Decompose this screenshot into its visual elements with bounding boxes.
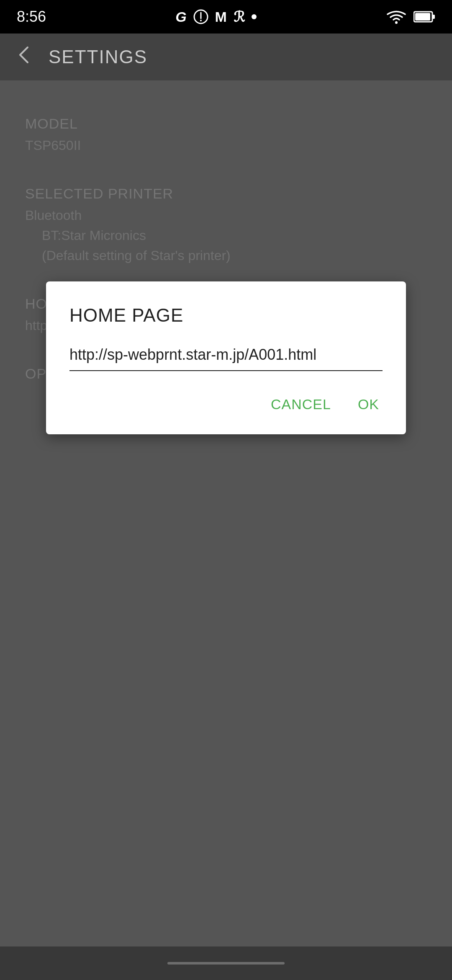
reminder-icon: ℛ bbox=[234, 8, 245, 25]
svg-point-3 bbox=[395, 21, 398, 24]
battery-icon bbox=[413, 10, 435, 23]
svg-point-2 bbox=[200, 20, 202, 21]
svg-rect-6 bbox=[415, 13, 430, 21]
dialog-overlay: HOME PAGE CANCEL OK bbox=[0, 80, 452, 980]
status-time: 8:56 bbox=[17, 8, 46, 26]
dialog-title: HOME PAGE bbox=[69, 305, 383, 326]
app-bar: SETTINGS bbox=[0, 34, 452, 80]
mail-icon: M bbox=[215, 9, 227, 25]
google-icon: G bbox=[175, 9, 186, 25]
home-page-input[interactable] bbox=[69, 343, 383, 367]
cancel-button[interactable]: CANCEL bbox=[267, 391, 334, 418]
back-button[interactable] bbox=[13, 44, 35, 70]
svg-rect-5 bbox=[432, 15, 435, 19]
notification-dot bbox=[252, 14, 257, 19]
status-bar: 8:56 G M ℛ bbox=[0, 0, 452, 34]
dialog-actions: CANCEL OK bbox=[69, 391, 383, 418]
status-icons: G M ℛ bbox=[175, 8, 257, 25]
status-right-icons bbox=[386, 9, 435, 25]
dialog-input-container[interactable] bbox=[69, 343, 383, 371]
page-title: SETTINGS bbox=[49, 46, 147, 67]
notification-icon bbox=[193, 9, 208, 24]
home-page-dialog: HOME PAGE CANCEL OK bbox=[46, 281, 406, 434]
wifi-icon bbox=[386, 9, 407, 25]
ok-button[interactable]: OK bbox=[354, 391, 383, 418]
